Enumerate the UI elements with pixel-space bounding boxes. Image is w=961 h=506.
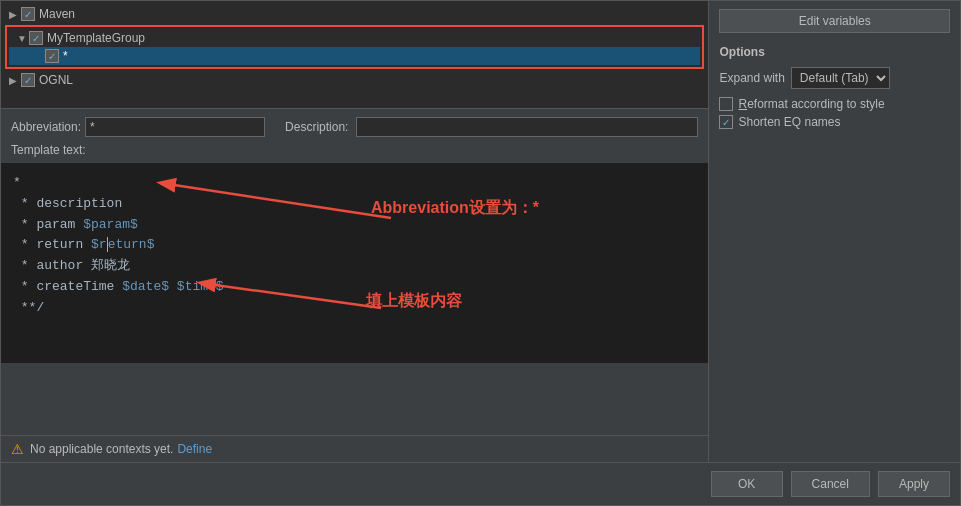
code-line-5: * author 郑晓龙 <box>13 256 696 277</box>
warning-bar: ⚠ No applicable contexts yet. Define <box>1 435 708 462</box>
description-label: Description: <box>285 120 348 134</box>
tree-label-ognl: OGNL <box>39 73 73 87</box>
code-line-6: * createTime $date$ $time$ <box>13 277 696 298</box>
code-line-2: * description <box>13 194 696 215</box>
tree-highlight-group: ▼ ✓ MyTemplateGroup ✓ * <box>5 25 704 69</box>
bottom-bar: OK Cancel Apply <box>1 462 960 505</box>
var-date: $date$ <box>122 279 169 294</box>
warning-icon: ⚠ <box>11 441 24 457</box>
reformat-checkbox[interactable] <box>719 97 733 111</box>
var-param: $param$ <box>83 217 138 232</box>
tree-label-group: MyTemplateGroup <box>47 31 145 45</box>
template-editor-container: * * description * param $param$ * return… <box>1 163 708 435</box>
reformat-row: Reformat according to style <box>719 97 950 111</box>
checkbox-star[interactable]: ✓ <box>45 49 59 63</box>
code-line-3: * param $param$ <box>13 215 696 236</box>
shorten-row: ✓ Shorten EQ names <box>719 115 950 129</box>
abbreviation-input[interactable] <box>85 117 265 137</box>
expand-arrow-group: ▼ <box>17 33 29 44</box>
var-time: $time$ <box>177 279 224 294</box>
edit-variables-button[interactable]: Edit variables <box>719 9 950 33</box>
template-text-area[interactable]: * * description * param $param$ * return… <box>1 163 708 363</box>
expand-arrow-maven: ▶ <box>9 9 21 20</box>
abbreviation-label: Abbreviation: <box>11 120 81 134</box>
expand-arrow-ognl: ▶ <box>9 75 21 86</box>
shorten-label: Shorten EQ names <box>738 115 840 129</box>
tree-item-star[interactable]: ✓ * <box>9 47 700 65</box>
code-line-1: * <box>13 173 696 194</box>
right-panel: Edit variables Options Expand with Defau… <box>709 1 960 462</box>
expand-label: Expand with <box>719 71 784 85</box>
description-input[interactable] <box>356 117 698 137</box>
cancel-button[interactable]: Cancel <box>791 471 870 497</box>
form-area: Abbreviation: Description: Template text… <box>1 109 708 163</box>
warning-text: No applicable contexts yet. <box>30 442 173 456</box>
options-label: Options <box>719 45 950 59</box>
abbreviation-row: Abbreviation: Description: <box>11 117 698 137</box>
checkbox-ognl[interactable]: ✓ <box>21 73 35 87</box>
code-line-4: * return $return$ <box>13 235 696 256</box>
tree-label-maven: Maven <box>39 7 75 21</box>
left-panel: ▶ ✓ Maven ▼ ✓ MyTemplateGroup <box>1 1 709 462</box>
checkbox-maven[interactable]: ✓ <box>21 7 35 21</box>
expand-row: Expand with Default (Tab) Tab Enter Spac… <box>719 67 950 89</box>
main-content: ▶ ✓ Maven ▼ ✓ MyTemplateGroup <box>1 1 960 462</box>
tree-item-myTemplateGroup[interactable]: ▼ ✓ MyTemplateGroup <box>9 29 700 47</box>
tree-label-star: * <box>63 49 68 63</box>
define-link[interactable]: Define <box>177 442 212 456</box>
live-templates-dialog: ▶ ✓ Maven ▼ ✓ MyTemplateGroup <box>0 0 961 506</box>
tree-area: ▶ ✓ Maven ▼ ✓ MyTemplateGroup <box>1 1 708 109</box>
tree-item-maven[interactable]: ▶ ✓ Maven <box>1 5 708 23</box>
var-return: $return$ <box>91 237 154 252</box>
ok-button[interactable]: OK <box>711 471 783 497</box>
tree-item-ognl[interactable]: ▶ ✓ OGNL <box>1 71 708 89</box>
code-line-7: **/ <box>13 298 696 319</box>
expand-select[interactable]: Default (Tab) Tab Enter Space <box>791 67 890 89</box>
checkbox-group[interactable]: ✓ <box>29 31 43 45</box>
apply-button[interactable]: Apply <box>878 471 950 497</box>
shorten-checkbox[interactable]: ✓ <box>719 115 733 129</box>
template-text-label: Template text: <box>11 143 698 157</box>
reformat-label: Reformat according to style <box>738 97 884 111</box>
